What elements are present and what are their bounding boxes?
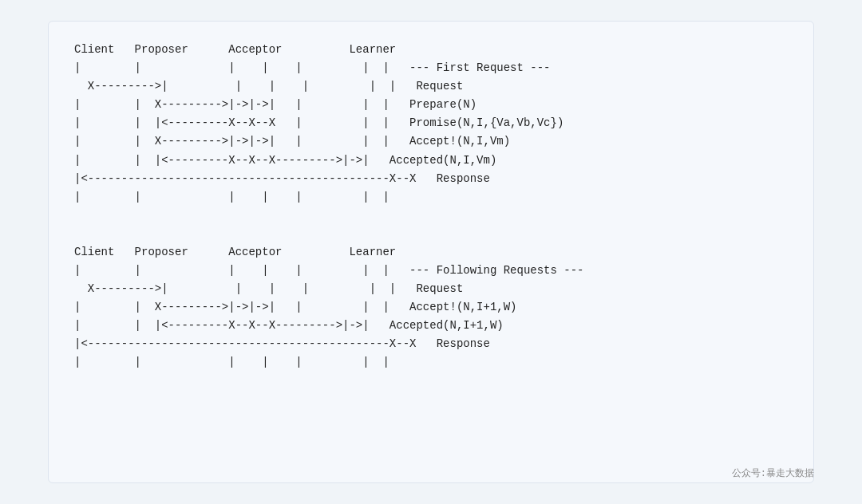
section-first-request: Client Proposer Acceptor Learner | | | |… [74,41,788,207]
header-line-1: Client Proposer Acceptor Learner [74,41,788,59]
line-1-6: | | |<---------X--X--X--------->|->| Acc… [74,152,788,170]
line-1-5: | | X--------->|->|->| | | | Accept!(N,I… [74,132,788,151]
line-1-8: | | | | | | | [74,188,788,207]
watermark: 公众号:暴走大数据 [732,467,814,480]
line-2-5: |<--------------------------------------… [74,335,788,353]
section-following-requests: Client Proposer Acceptor Learner | | | |… [74,243,788,372]
line-2-2: X--------->| | | | | | Request [74,280,788,298]
line-1-1: | | | | | | | --- First Request --- [74,59,788,77]
line-2-1: | | | | | | | --- Following Requests --- [74,262,788,280]
line-1-2: X--------->| | | | | | Request [74,77,788,96]
line-1-4: | | |<---------X--X--X | | | Promise(N,I… [74,114,788,132]
line-2-4: | | |<---------X--X--X--------->|->| Acc… [74,317,788,335]
line-2-6: | | | | | | | [74,353,788,372]
line-1-7: |<--------------------------------------… [74,170,788,188]
line-2-3: | | X--------->|->|->| | | | Accept!(N,I… [74,298,788,317]
main-container: Client Proposer Acceptor Learner | | | |… [48,21,814,483]
header-line-2: Client Proposer Acceptor Learner [74,243,788,262]
line-1-3: | | X--------->|->|->| | | | Prepare(N) [74,96,788,114]
